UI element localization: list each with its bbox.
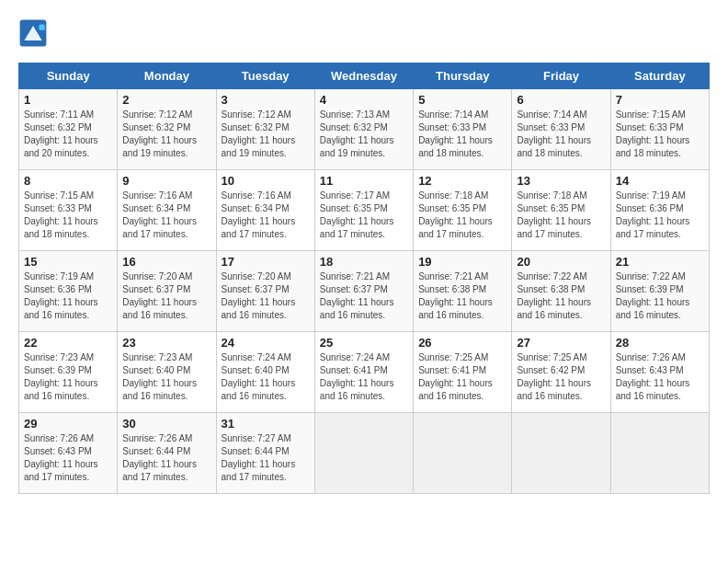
day-cell: 5Sunrise: 7:14 AM Sunset: 6:33 PM Daylig…: [414, 89, 512, 170]
day-cell: 6Sunrise: 7:14 AM Sunset: 6:33 PM Daylig…: [512, 89, 610, 170]
day-cell: 20Sunrise: 7:22 AM Sunset: 6:38 PM Dayli…: [512, 251, 610, 332]
day-number: 4: [320, 93, 408, 107]
day-header-saturday: Saturday: [610, 63, 709, 89]
day-info: Sunrise: 7:16 AM Sunset: 6:34 PM Dayligh…: [222, 190, 310, 241]
day-cell: 17Sunrise: 7:20 AM Sunset: 6:37 PM Dayli…: [216, 251, 314, 332]
day-cell: 27Sunrise: 7:25 AM Sunset: 6:42 PM Dayli…: [512, 332, 610, 413]
day-info: Sunrise: 7:23 AM Sunset: 6:39 PM Dayligh…: [24, 351, 112, 403]
day-info: Sunrise: 7:25 AM Sunset: 6:41 PM Dayligh…: [418, 351, 506, 403]
day-header-thursday: Thursday: [414, 63, 512, 89]
day-info: Sunrise: 7:26 AM Sunset: 6:43 PM Dayligh…: [616, 351, 704, 403]
week-row-4: 22Sunrise: 7:23 AM Sunset: 6:39 PM Dayli…: [19, 332, 710, 413]
day-info: Sunrise: 7:20 AM Sunset: 6:37 PM Dayligh…: [222, 270, 310, 322]
day-number: 17: [222, 255, 310, 269]
day-cell: 1Sunrise: 7:11 AM Sunset: 6:32 PM Daylig…: [19, 89, 118, 170]
day-cell: 3Sunrise: 7:12 AM Sunset: 6:32 PM Daylig…: [216, 89, 314, 170]
day-number: 30: [122, 417, 210, 431]
day-info: Sunrise: 7:12 AM Sunset: 6:32 PM Dayligh…: [122, 109, 210, 160]
day-cell: 16Sunrise: 7:20 AM Sunset: 6:37 PM Dayli…: [118, 251, 216, 332]
days-header-row: SundayMondayTuesdayWednesdayThursdayFrid…: [19, 63, 710, 89]
day-cell: 11Sunrise: 7:17 AM Sunset: 6:35 PM Dayli…: [314, 170, 413, 251]
day-number: 10: [222, 174, 310, 188]
day-number: 9: [122, 174, 210, 188]
day-number: 25: [320, 336, 408, 350]
week-row-2: 8Sunrise: 7:15 AM Sunset: 6:33 PM Daylig…: [19, 170, 710, 251]
day-cell: 31Sunrise: 7:27 AM Sunset: 6:44 PM Dayli…: [216, 413, 314, 494]
day-number: 8: [24, 174, 112, 188]
day-info: Sunrise: 7:25 AM Sunset: 6:42 PM Dayligh…: [517, 351, 605, 403]
day-info: Sunrise: 7:14 AM Sunset: 6:33 PM Dayligh…: [517, 109, 605, 160]
day-cell: 26Sunrise: 7:25 AM Sunset: 6:41 PM Dayli…: [414, 332, 512, 413]
day-info: Sunrise: 7:23 AM Sunset: 6:40 PM Dayligh…: [122, 351, 210, 403]
day-info: Sunrise: 7:18 AM Sunset: 6:35 PM Dayligh…: [517, 190, 605, 241]
day-info: Sunrise: 7:13 AM Sunset: 6:32 PM Dayligh…: [320, 109, 408, 160]
day-number: 20: [517, 255, 605, 269]
svg-rect-2: [39, 24, 44, 29]
day-number: 22: [24, 336, 112, 350]
day-cell: 29Sunrise: 7:26 AM Sunset: 6:43 PM Dayli…: [19, 413, 118, 494]
day-header-monday: Monday: [118, 63, 216, 89]
day-info: Sunrise: 7:16 AM Sunset: 6:34 PM Dayligh…: [122, 190, 210, 241]
day-header-wednesday: Wednesday: [314, 63, 413, 89]
day-info: Sunrise: 7:15 AM Sunset: 6:33 PM Dayligh…: [616, 109, 704, 160]
day-number: 12: [418, 174, 506, 188]
day-info: Sunrise: 7:15 AM Sunset: 6:33 PM Dayligh…: [24, 190, 112, 241]
day-info: Sunrise: 7:26 AM Sunset: 6:43 PM Dayligh…: [24, 432, 112, 484]
day-cell: 21Sunrise: 7:22 AM Sunset: 6:39 PM Dayli…: [610, 251, 709, 332]
day-cell: 10Sunrise: 7:16 AM Sunset: 6:34 PM Dayli…: [216, 170, 314, 251]
day-number: 13: [517, 174, 605, 188]
day-number: 27: [517, 336, 605, 350]
day-number: 23: [122, 336, 210, 350]
day-cell: 12Sunrise: 7:18 AM Sunset: 6:35 PM Dayli…: [414, 170, 512, 251]
day-number: 15: [24, 255, 112, 269]
day-info: Sunrise: 7:20 AM Sunset: 6:37 PM Dayligh…: [122, 270, 210, 322]
day-number: 5: [418, 93, 506, 107]
day-cell: 30Sunrise: 7:26 AM Sunset: 6:44 PM Dayli…: [118, 413, 216, 494]
day-cell: 14Sunrise: 7:19 AM Sunset: 6:36 PM Dayli…: [610, 170, 709, 251]
day-info: Sunrise: 7:24 AM Sunset: 6:41 PM Dayligh…: [320, 351, 408, 403]
day-number: 14: [616, 174, 704, 188]
logo-icon: [18, 18, 48, 48]
day-number: 2: [122, 93, 210, 107]
day-info: Sunrise: 7:19 AM Sunset: 6:36 PM Dayligh…: [616, 190, 704, 241]
day-cell: 13Sunrise: 7:18 AM Sunset: 6:35 PM Dayli…: [512, 170, 610, 251]
day-number: 18: [320, 255, 408, 269]
day-cell: 8Sunrise: 7:15 AM Sunset: 6:33 PM Daylig…: [19, 170, 118, 251]
day-number: 7: [616, 93, 704, 107]
day-number: 24: [222, 336, 310, 350]
day-cell: 22Sunrise: 7:23 AM Sunset: 6:39 PM Dayli…: [19, 332, 118, 413]
week-row-5: 29Sunrise: 7:26 AM Sunset: 6:43 PM Dayli…: [19, 413, 710, 494]
day-info: Sunrise: 7:11 AM Sunset: 6:32 PM Dayligh…: [24, 109, 112, 160]
day-cell: [314, 413, 413, 494]
day-number: 16: [122, 255, 210, 269]
day-info: Sunrise: 7:21 AM Sunset: 6:38 PM Dayligh…: [418, 270, 506, 322]
day-info: Sunrise: 7:17 AM Sunset: 6:35 PM Dayligh…: [320, 190, 408, 241]
day-cell: 7Sunrise: 7:15 AM Sunset: 6:33 PM Daylig…: [610, 89, 709, 170]
day-number: 1: [24, 93, 112, 107]
calendar-table: SundayMondayTuesdayWednesdayThursdayFrid…: [18, 63, 710, 494]
day-info: Sunrise: 7:22 AM Sunset: 6:39 PM Dayligh…: [616, 270, 704, 322]
day-cell: 2Sunrise: 7:12 AM Sunset: 6:32 PM Daylig…: [118, 89, 216, 170]
day-header-tuesday: Tuesday: [216, 63, 314, 89]
day-cell: 9Sunrise: 7:16 AM Sunset: 6:34 PM Daylig…: [118, 170, 216, 251]
day-info: Sunrise: 7:24 AM Sunset: 6:40 PM Dayligh…: [222, 351, 310, 403]
day-header-sunday: Sunday: [19, 63, 118, 89]
day-cell: 24Sunrise: 7:24 AM Sunset: 6:40 PM Dayli…: [216, 332, 314, 413]
day-cell: 23Sunrise: 7:23 AM Sunset: 6:40 PM Dayli…: [118, 332, 216, 413]
day-header-friday: Friday: [512, 63, 610, 89]
day-cell: 18Sunrise: 7:21 AM Sunset: 6:37 PM Dayli…: [314, 251, 413, 332]
day-info: Sunrise: 7:26 AM Sunset: 6:44 PM Dayligh…: [122, 432, 210, 484]
day-number: 3: [222, 93, 310, 107]
day-cell: 19Sunrise: 7:21 AM Sunset: 6:38 PM Dayli…: [414, 251, 512, 332]
day-number: 31: [222, 417, 310, 431]
day-number: 29: [24, 417, 112, 431]
week-row-3: 15Sunrise: 7:19 AM Sunset: 6:36 PM Dayli…: [19, 251, 710, 332]
day-info: Sunrise: 7:14 AM Sunset: 6:33 PM Dayligh…: [418, 109, 506, 160]
day-number: 6: [517, 93, 605, 107]
day-number: 19: [418, 255, 506, 269]
day-cell: 4Sunrise: 7:13 AM Sunset: 6:32 PM Daylig…: [314, 89, 413, 170]
header: [18, 18, 710, 48]
day-cell: [414, 413, 512, 494]
day-info: Sunrise: 7:19 AM Sunset: 6:36 PM Dayligh…: [24, 270, 112, 322]
day-info: Sunrise: 7:12 AM Sunset: 6:32 PM Dayligh…: [222, 109, 310, 160]
